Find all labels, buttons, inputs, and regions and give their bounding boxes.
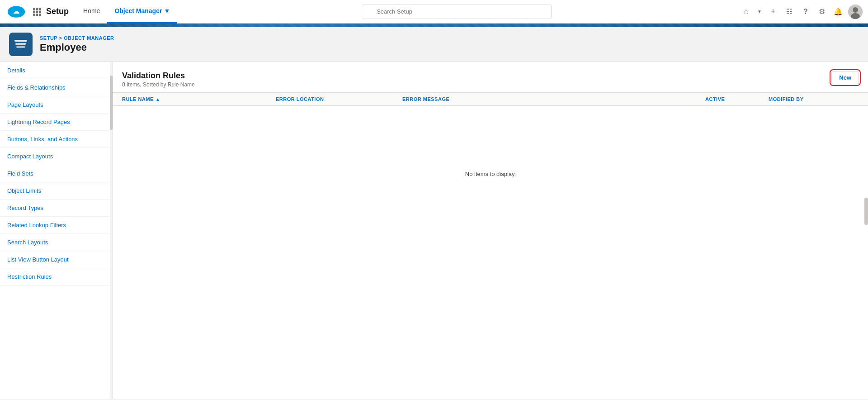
- right-scroll-indicator[interactable]: [864, 198, 868, 225]
- sidebar-item-restriction-rules[interactable]: Restriction Rules: [0, 268, 113, 286]
- breadcrumb-area: SETUP > OBJECT MANAGER Employee: [40, 35, 114, 53]
- svg-rect-6: [36, 10, 38, 13]
- top-nav: ☁ Setup Home Object Manager ▼ 🔍 ☆ ▼: [0, 0, 868, 24]
- sidebar-item-object-limits[interactable]: Object Limits: [0, 182, 113, 200]
- svg-rect-9: [36, 14, 38, 16]
- add-icon[interactable]: +: [767, 5, 779, 18]
- avatar[interactable]: [848, 5, 863, 19]
- salesforce-logo[interactable]: ☁: [5, 1, 27, 23]
- svg-rect-7: [39, 10, 41, 13]
- favorites-icon[interactable]: ☆: [740, 5, 752, 18]
- svg-rect-10: [39, 14, 41, 16]
- col-header-rule-name[interactable]: RULE NAME ▲: [122, 96, 276, 102]
- svg-rect-4: [39, 8, 41, 10]
- sidebar-item-search-layouts[interactable]: Search Layouts: [0, 234, 113, 251]
- sidebar-item-buttons--links--and-actions[interactable]: Buttons, Links, and Actions: [0, 131, 113, 148]
- sidebar-item-related-lookup-filters[interactable]: Related Lookup Filters: [0, 217, 113, 234]
- svg-rect-2: [33, 8, 35, 10]
- sidebar-scroll-thumb: [110, 76, 113, 130]
- sidebar-item-field-sets[interactable]: Field Sets: [0, 165, 113, 182]
- favorites-dropdown-icon[interactable]: ▼: [756, 5, 763, 18]
- content-area: Validation Rules 0 Items, Sorted by Rule…: [113, 62, 868, 399]
- content-subtitle: 0 Items, Sorted by Rule Name: [122, 81, 195, 88]
- svg-rect-5: [33, 10, 35, 13]
- breadcrumb: SETUP > OBJECT MANAGER: [40, 35, 114, 41]
- sidebar-item-record-types[interactable]: Record Types: [0, 200, 113, 217]
- svg-rect-16: [16, 46, 25, 48]
- sidebar-scrollbar[interactable]: [110, 62, 113, 399]
- main-layout: DetailsFields & RelationshipsPage Layout…: [0, 62, 868, 399]
- sidebar-item-list-view-button-layout[interactable]: List View Button Layout: [0, 251, 113, 268]
- search-bar-container: 🔍: [177, 5, 736, 19]
- svg-rect-14: [14, 40, 27, 42]
- col-header-active[interactable]: ACTIVE: [705, 96, 769, 102]
- tab-object-manager[interactable]: Object Manager ▼: [107, 0, 177, 24]
- svg-rect-15: [15, 43, 26, 45]
- sidebar-item-lightning-record-pages[interactable]: Lightning Record Pages: [0, 114, 113, 131]
- breadcrumb-object-manager[interactable]: OBJECT MANAGER: [64, 35, 114, 41]
- empty-state: No items to display.: [113, 106, 868, 242]
- breadcrumb-separator: >: [59, 35, 64, 41]
- breadcrumb-setup[interactable]: SETUP: [40, 35, 57, 41]
- content-header: Validation Rules 0 Items, Sorted by Rule…: [113, 62, 868, 93]
- object-icon: [9, 33, 33, 56]
- content-title-area: Validation Rules 0 Items, Sorted by Rule…: [122, 71, 195, 88]
- waffle-icon[interactable]: ☷: [783, 5, 796, 18]
- table-header-row: RULE NAME ▲ ERROR LOCATION ERROR MESSAGE…: [113, 93, 868, 106]
- top-nav-actions: ☆ ▼ + ☷ ? ⚙ 🔔: [740, 5, 863, 19]
- sidebar: DetailsFields & RelationshipsPage Layout…: [0, 62, 113, 399]
- sidebar-item-page-layouts[interactable]: Page Layouts: [0, 96, 113, 114]
- new-button[interactable]: New: [831, 71, 859, 84]
- col-header-error-location[interactable]: ERROR LOCATION: [276, 96, 402, 102]
- sidebar-item-fields---relationships[interactable]: Fields & Relationships: [0, 79, 113, 96]
- col-header-modified-by[interactable]: MODIFIED BY: [769, 96, 859, 102]
- search-wrap: 🔍: [362, 5, 552, 19]
- sidebar-item-details[interactable]: Details: [0, 62, 113, 79]
- sidebar-item-compact-layouts[interactable]: Compact Layouts: [0, 148, 113, 165]
- object-header: SETUP > OBJECT MANAGER Employee: [0, 27, 868, 62]
- svg-rect-8: [33, 14, 35, 16]
- col-header-error-message[interactable]: ERROR MESSAGE: [402, 96, 705, 102]
- object-name: Employee: [40, 42, 114, 53]
- svg-rect-3: [36, 8, 38, 10]
- chevron-down-icon: ▼: [164, 7, 170, 14]
- setup-gear-icon[interactable]: ⚙: [816, 5, 828, 18]
- notifications-icon[interactable]: 🔔: [832, 5, 844, 18]
- app-launcher-icon[interactable]: [31, 5, 43, 18]
- content-title: Validation Rules: [122, 71, 195, 81]
- nav-tabs: Home Object Manager ▼: [76, 0, 177, 24]
- sort-arrow-icon: ▲: [156, 97, 160, 102]
- help-icon[interactable]: ?: [799, 5, 812, 18]
- svg-point-12: [853, 7, 858, 13]
- tab-home[interactable]: Home: [76, 0, 107, 24]
- table-container: RULE NAME ▲ ERROR LOCATION ERROR MESSAGE…: [113, 93, 868, 242]
- search-input[interactable]: [362, 5, 552, 19]
- setup-title: Setup: [46, 7, 69, 16]
- svg-text:☁: ☁: [13, 8, 19, 15]
